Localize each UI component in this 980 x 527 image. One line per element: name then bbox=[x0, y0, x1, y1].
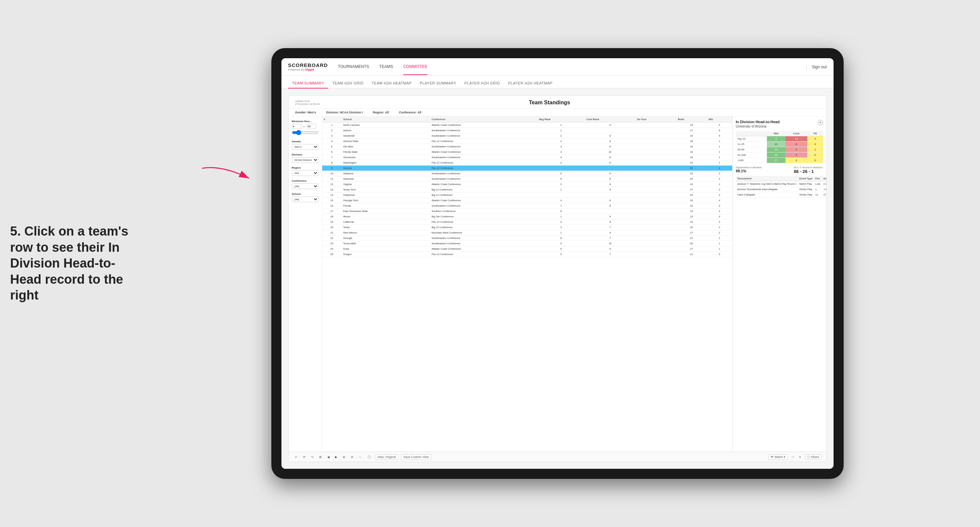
toolbar-left: ↩ ⟳ ↪ ⊞ ◀ ▶ ⊕ ⊖ ↔ 🕐 View: Original Save … bbox=[294, 454, 431, 460]
table-row[interactable]: 16 Florida Southeastern Conference 7 9 2… bbox=[322, 203, 732, 209]
tab-team-h2h-heatmap[interactable]: TEAM H2H HEATMAP bbox=[368, 78, 416, 88]
region-select[interactable]: N/A bbox=[292, 170, 318, 176]
annotation-text: 5. Click on a team's row to see their In… bbox=[10, 224, 138, 303]
h2h-row: 11-25 11 8 0 bbox=[736, 142, 823, 147]
table-row[interactable]: 4 Arizona State Pac-12 Conference 4 9 26… bbox=[322, 139, 732, 144]
table-row[interactable]: 18 Illinois Big Ten Conference 1 9 23 3 bbox=[322, 214, 732, 219]
tab-team-summary[interactable]: TEAM SUMMARY bbox=[288, 78, 329, 89]
school-select[interactable]: (All) bbox=[292, 197, 318, 202]
panel-title: In Division Head-to-Head bbox=[736, 120, 780, 124]
page-title: Team Standings bbox=[529, 100, 570, 106]
table-row[interactable]: 3 Vanderbilt Southeastern Conference 2 8… bbox=[322, 133, 732, 139]
table-area: # School Conference Reg Rank Conf Rank N… bbox=[322, 116, 732, 452]
table-row[interactable]: 13 Texas Tech Big 12 Conference 1 9 27 2 bbox=[322, 187, 732, 192]
table-header-row: # School Conference Reg Rank Conf Rank N… bbox=[322, 116, 732, 122]
h2h-row: >100 27 0 0 bbox=[736, 158, 823, 163]
filter-gender: Gender: Men's bbox=[295, 111, 316, 114]
h2h-table: Win Loss Tie Top 10 3 13 0 11-25 11 8 0 … bbox=[736, 131, 823, 163]
clock-btn[interactable]: 🕐 bbox=[366, 455, 372, 459]
gender-select[interactable]: Men's bbox=[292, 144, 318, 150]
tab-player-h2h-grid[interactable]: PLAYER H2H GRID bbox=[461, 78, 504, 88]
fit-btn[interactable]: ↔ bbox=[358, 455, 363, 459]
table-row[interactable]: 17 East Tennessee State Southern Confere… bbox=[322, 209, 732, 214]
fwd-btn[interactable]: ▶ bbox=[334, 455, 339, 459]
min-rounds-input[interactable] bbox=[292, 124, 301, 129]
table-row[interactable]: 23 Texas A&M Southeastern Conference 9 1… bbox=[322, 241, 732, 246]
save-custom-btn[interactable]: Save Custom View bbox=[401, 454, 431, 460]
tournament-row: Cabo Collegiate Stroke Play 11 17 bbox=[736, 192, 826, 198]
logo-powered: Powered by clippd bbox=[288, 68, 328, 71]
th-no-tour: No Tour bbox=[636, 116, 676, 122]
table-row[interactable]: 21 New Mexico Mountain West Conference 1… bbox=[322, 230, 732, 236]
conference-select[interactable]: (All) bbox=[292, 183, 318, 189]
tour-th-pos: Pos bbox=[814, 176, 822, 181]
table-row[interactable]: 25 Oregon Pac-12 Conference 5 7 21 0 bbox=[322, 252, 732, 257]
filter-conference: Conference: All bbox=[399, 111, 422, 114]
table-row[interactable]: 11 Arkansas Southeastern Conference 6 8 … bbox=[322, 176, 732, 182]
table-row[interactable]: 7 Tennessee Southeastern Conference 4 6 … bbox=[322, 155, 732, 160]
table-row[interactable]: 24 Duke Atlantic Coast Conference 5 9 27… bbox=[322, 246, 732, 252]
sign-out-btn[interactable]: Sign out bbox=[806, 65, 826, 69]
top-nav-links: TOURNAMENTS TEAMS COMMITTEE bbox=[338, 59, 807, 75]
th-conference: Conference bbox=[430, 116, 537, 122]
grid-btn[interactable]: ⊞ bbox=[318, 455, 323, 459]
tab-player-h2h-heatmap[interactable]: PLAYER H2H HEATMAP bbox=[504, 78, 557, 88]
table-row[interactable]: 10 Alabama Southeastern Conference 5 8 2… bbox=[322, 171, 732, 176]
th-conf-rank: Conf Rank bbox=[585, 116, 635, 122]
rounds-slider[interactable] bbox=[292, 130, 318, 135]
table-row[interactable]: 20 Texas Big 12 Conference 3 7 20 2 bbox=[322, 225, 732, 230]
wlt-value: 86 - 26 - 1 bbox=[794, 169, 823, 174]
th-reg-rank: Reg Rank bbox=[537, 116, 585, 122]
bottom-toolbar: ↩ ⟳ ↪ ⊞ ◀ ▶ ⊕ ⊖ ↔ 🕐 View: Original Save … bbox=[288, 452, 826, 462]
table-row[interactable]: 19 California Pac-12 Conference 4 8 24 2 bbox=[322, 219, 732, 225]
share-btn[interactable]: ⬡ Share bbox=[805, 454, 821, 460]
zoom-in-btn[interactable]: ⊕ bbox=[341, 455, 347, 459]
table-row[interactable]: 5 Ole Miss Southeastern Conference 3 6 1… bbox=[322, 144, 732, 149]
sidebar-region-filter: Region N/A bbox=[292, 166, 318, 176]
th-school: School bbox=[342, 116, 430, 122]
table-row[interactable]: 2 Auburn Southeastern Conference 1 27 6 bbox=[322, 128, 732, 133]
watch-btn[interactable]: 👁 Watch ▾ bbox=[768, 454, 788, 460]
tab-team-h2h-grid[interactable]: TEAM H2H GRID bbox=[328, 78, 368, 88]
max-rounds-input[interactable] bbox=[307, 124, 316, 129]
update-time: Update time: 27/03/2024 16:56:26 bbox=[295, 100, 320, 106]
sidebar-school-filter: School (All) bbox=[292, 192, 318, 202]
table-row[interactable]: 12 Virginia Atlantic Coast Conference 3 … bbox=[322, 182, 732, 187]
redo-undo-btn[interactable]: ⟳ bbox=[302, 455, 307, 459]
tour-th-score: Score bbox=[822, 176, 826, 181]
h2h-row: 51-100 20 3 0 bbox=[736, 152, 823, 158]
view-original-btn[interactable]: View: Original bbox=[375, 454, 398, 460]
nav-teams[interactable]: TEAMS bbox=[379, 59, 393, 75]
redo-btn[interactable]: ↪ bbox=[310, 455, 315, 459]
tournament-table: Tournament Event Type Pos Score Jackson … bbox=[736, 176, 826, 198]
table-row[interactable]: 1 North Carolina Atlantic Coast Conferen… bbox=[322, 122, 732, 128]
table-row[interactable]: 14 Oklahoma Big 12 Conference 24 2 bbox=[322, 192, 732, 198]
tab-player-summary[interactable]: PLAYER SUMMARY bbox=[416, 78, 461, 88]
table-row[interactable]: 9 Arizona Pac-12 Conference 30 1 bbox=[322, 165, 732, 171]
layout-btn[interactable]: ≡ bbox=[798, 455, 802, 459]
tour-th-name: Tournament bbox=[736, 176, 798, 181]
sidebar-gender-filter: Gender Men's bbox=[292, 140, 318, 150]
table-row[interactable]: 15 Georgia Tech Atlantic Coast Conferenc… bbox=[322, 198, 732, 203]
wlt-label: W-L-T record in division: bbox=[794, 166, 823, 169]
table-row[interactable]: 22 Georgia Southeastern Conference 8 7 2… bbox=[322, 236, 732, 241]
tablet-frame: SCOREBOARD Powered by clippd TOURNAMENTS… bbox=[271, 48, 844, 479]
nav-tournaments[interactable]: TOURNAMENTS bbox=[338, 59, 369, 75]
table-row[interactable]: 6 Florida State Atlantic Coast Conferenc… bbox=[322, 149, 732, 155]
logo-scoreboard: SCOREBOARD bbox=[288, 62, 328, 68]
tournament-row: Jackson T. Stephens Cup Men's Match-Play… bbox=[736, 181, 826, 187]
undo-btn[interactable]: ↩ bbox=[294, 455, 299, 459]
th-win: Win bbox=[706, 116, 732, 122]
back-btn[interactable]: ◀ bbox=[326, 455, 331, 459]
nav-committee[interactable]: COMMITTEE bbox=[403, 59, 428, 75]
logo-area: SCOREBOARD Powered by clippd bbox=[288, 62, 328, 71]
sidebar-conference-filter: Conference (All) bbox=[292, 179, 318, 189]
table-row[interactable]: 8 Washington Pac-12 Conference 2 8 23 1 bbox=[322, 160, 732, 165]
tour-th-type: Event Type bbox=[798, 176, 814, 181]
th-num: # bbox=[322, 116, 342, 122]
filter-region: Region: All bbox=[373, 111, 389, 114]
share-icon-btn[interactable]: □ bbox=[791, 455, 795, 459]
division-select[interactable]: NCAA Division I bbox=[292, 157, 318, 163]
close-panel-btn[interactable]: ✕ bbox=[818, 120, 823, 125]
zoom-out-btn[interactable]: ⊖ bbox=[350, 455, 355, 459]
